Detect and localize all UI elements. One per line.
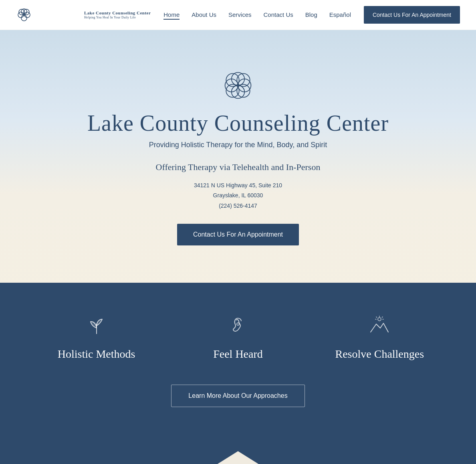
- svg-line-20: [376, 317, 377, 318]
- nav-item-contact[interactable]: Contact Us: [264, 11, 293, 18]
- nav-item-about[interactable]: About Us: [192, 11, 216, 18]
- svg-point-15: [237, 323, 239, 325]
- hero-offering: Offering Therapy via Telehealth and In-P…: [156, 162, 321, 172]
- hero-title: Lake County Counseling Center: [87, 110, 389, 136]
- feature-holistic-label: Holistic Methods: [58, 348, 135, 361]
- feature-resolve: Resolve Challenges: [319, 311, 440, 361]
- hero-cta-button[interactable]: Contact Us For An Appointment: [177, 224, 299, 245]
- plant-icon: [83, 311, 111, 339]
- main-nav: Lake County Counseling Center Helping Yo…: [0, 0, 476, 30]
- nav-links: Home About Us Services Contact Us Blog E…: [163, 11, 351, 18]
- chevron-shape: [206, 451, 270, 464]
- nav-item-home[interactable]: Home: [163, 11, 180, 18]
- features-grid: Holistic Methods Feel Heard: [26, 311, 450, 361]
- features-section: Holistic Methods Feel Heard: [0, 283, 476, 439]
- feature-holistic: Holistic Methods: [36, 311, 157, 361]
- svg-point-16: [378, 318, 381, 321]
- hero-section: Lake County Counseling Center Providing …: [0, 30, 476, 283]
- address-line1: 34121 N US Highway 45, Suite 210: [194, 180, 282, 190]
- feature-resolve-label: Resolve Challenges: [335, 348, 424, 361]
- feature-feel-heard: Feel Heard: [178, 311, 298, 361]
- logo-text: Lake County Counseling Center Helping Yo…: [84, 10, 151, 20]
- svg-point-6: [22, 13, 26, 16]
- chevron-section: [0, 439, 476, 464]
- hero-address: 34121 N US Highway 45, Suite 210 Graysla…: [194, 180, 282, 211]
- logo-icon: [16, 7, 32, 23]
- nav-item-services[interactable]: Services: [228, 11, 252, 18]
- ear-icon: [224, 311, 252, 339]
- phone: (224) 526-4147: [194, 201, 282, 211]
- logo[interactable]: Lake County Counseling Center Helping Yo…: [16, 4, 151, 26]
- hero-content: Lake County Counseling Center Providing …: [87, 67, 389, 245]
- mountain-icon: [365, 311, 393, 339]
- hero-flower-icon: [220, 67, 256, 103]
- nav-cta-button[interactable]: Contact Us For An Appointment: [364, 6, 460, 24]
- features-cta-button[interactable]: Learn More About Our Approaches: [171, 385, 305, 407]
- svg-line-18: [382, 317, 383, 318]
- hero-subtitle: Providing Holistic Therapy for the Mind,…: [149, 141, 327, 149]
- nav-item-espanol[interactable]: Español: [329, 11, 351, 18]
- nav-item-blog[interactable]: Blog: [305, 11, 317, 18]
- address-line2: Grayslake, IL 60030: [194, 190, 282, 201]
- feature-feel-heard-label: Feel Heard: [213, 348, 263, 361]
